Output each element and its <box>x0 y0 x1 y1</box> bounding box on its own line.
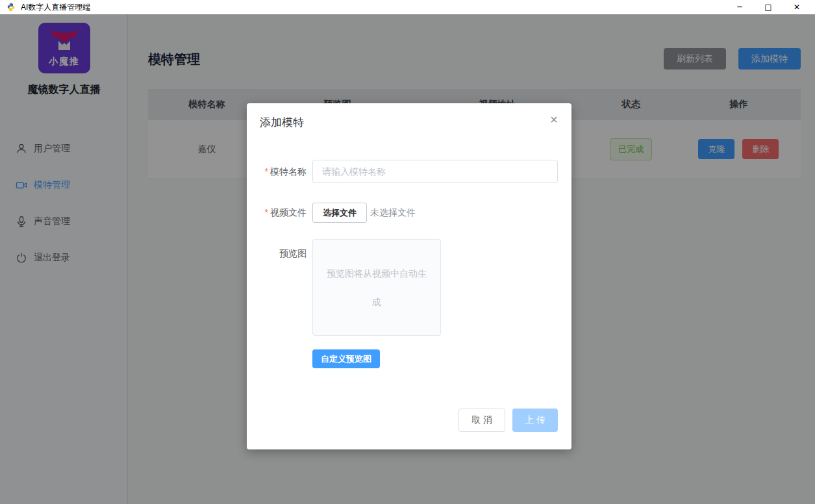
python-app-icon <box>6 3 16 12</box>
upload-button[interactable]: 上 传 <box>512 409 558 432</box>
preview-label: 预览图 <box>247 248 307 260</box>
model-name-label: *模特名称 <box>247 166 307 178</box>
required-mark: * <box>265 166 268 177</box>
video-file-label: *视频文件 <box>247 207 307 219</box>
dialog-title: 添加模特 <box>260 115 304 130</box>
close-icon[interactable]: ✕ <box>547 112 561 127</box>
window-titlebar: AI数字人直播管理端 ─ □ ✕ <box>0 0 815 14</box>
custom-preview-button[interactable]: 自定义预览图 <box>312 349 380 368</box>
no-file-selected-text: 未选择文件 <box>370 207 416 219</box>
window-title: AI数字人直播管理端 <box>21 2 90 13</box>
maximize-button[interactable]: □ <box>754 0 783 14</box>
add-model-dialog: 添加模特 ✕ *模特名称 *视频文件 选择文件 未选择文件 预览图 预览图将从视… <box>247 103 571 449</box>
cancel-button[interactable]: 取 消 <box>458 409 505 432</box>
app-window: 小魔推 魔镜数字人直播 用户管理 模特管理 <box>0 14 815 504</box>
minimize-button[interactable]: ─ <box>725 0 754 14</box>
preview-placeholder-text: 预览图将从视频中自动生成 <box>323 259 430 316</box>
close-window-button[interactable]: ✕ <box>783 0 811 14</box>
choose-file-button[interactable]: 选择文件 <box>312 203 367 223</box>
preview-placeholder-box: 预览图将从视频中自动生成 <box>312 239 441 336</box>
required-mark: * <box>265 207 268 218</box>
dialog-footer: 取 消 上 传 <box>458 409 558 432</box>
model-name-input[interactable] <box>312 160 558 183</box>
